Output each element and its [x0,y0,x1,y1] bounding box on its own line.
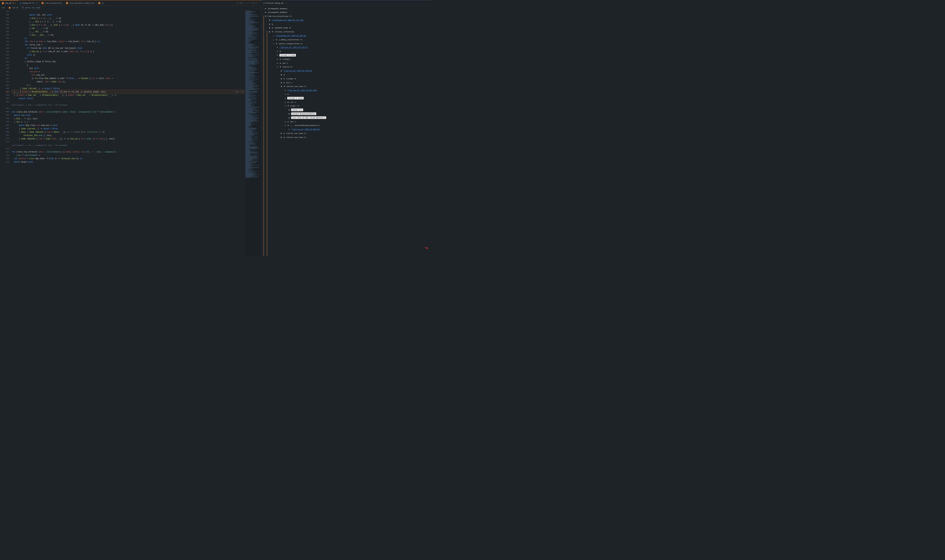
code-line[interactable]: | Dim _, Dim _ -> d1) [12,33,245,37]
tab-cuda-backend-cudajit[interactable]: cuda_backend.cudajit.ml [64,0,96,6]
tree-row[interactable]: ▶[ineqs =] [263,77,430,80]
code-line[interactable]: } ) [12,83,245,87]
code-line[interactable]: let prefix = List.map dims ~f:(fun d -> … [12,157,245,160]
chevron-down-icon[interactable]: ▼ [287,105,289,107]
tree-node-label[interactable]: [solve_row_ineq =] [286,85,306,88]
code-line[interactable]: [ Row_eq { r1 = row_of_var v_subr subr.i… [12,50,245,53]
tree-row[interactable]: "lib/row.ml":691:34-733:17 [263,45,430,49]
chevron-right-icon[interactable]: ▶ [283,74,285,76]
chevron-right-icon[interactable]: ▶ [279,58,281,60]
code-line[interactable]: ( prefix_ineqs @ force_lub, [12,60,245,63]
compare-icon[interactable]: ⇄ [237,2,238,4]
code-line[interactable]: | Dim { d = d1; _ }, Dim { d = d2; _ } w… [12,23,245,26]
tree-row[interactable]: ▶ [263,92,430,96]
source-link[interactable]: "lib/row.ml":656:61-656:80 [291,128,319,131]
chevron-down-icon[interactable]: ▼ [276,42,277,45]
close-icon[interactable]: × [15,2,16,4]
tree-row[interactable]: ▼[solve =] [263,65,430,69]
breadcrumb[interactable]: lib › row.ml › ⊞ solve_row_ineq [0,6,261,10]
code-line[interactable]: in [12,57,245,60]
chevron-right-icon[interactable]: ▶ [272,23,273,25]
chevron-right-icon[interactable]: ▶ [265,7,267,9]
code-line[interactable]: | Dim _ -> ([], env) [12,117,245,120]
tree-row[interactable]: ▼[subr =] [263,104,430,108]
chevron-down-icon[interactable]: ▼ [279,66,281,68]
source-link[interactable]: "lib/row.ml":691:34-733:17 [279,46,308,49]
preview-tab[interactable]: ▤ Preview debug.md × [262,0,289,6]
tree-row[interactable]: ▶ [263,73,430,77]
tree-row[interactable]: ▶env = [263,120,430,123]
code-line[interactable] [12,100,245,103]
chevron-right-icon[interactable]: ▶ [283,132,285,134]
tree-node-label[interactable]: [subr =] [290,105,299,107]
breadcrumb-file[interactable]: row.ml [12,7,18,9]
tree-node-label[interactable]: cur = [290,101,296,103]
tree-node-label[interactable]: [solve_row_ineq =] [286,136,306,138]
code-line[interactable]: row_env = [12,70,245,73]
tree-row[interactable]: finish = true [263,96,430,100]
tree-row[interactable]: ▶ [263,22,430,26]
tree-node-label[interactable]: [solve_inequalities =] [279,42,303,45]
code-line[interactable]: else [] [12,53,245,57]
tree-node-label[interactable]: [_debug_constraints =] [279,38,303,41]
code-line[interactable]: subr2; lub = Some lub }); [12,80,245,83]
code-line[interactable] [12,10,245,13]
tree-row[interactable]: ▶cur = [263,100,430,104]
tree-row[interactable]: ▶[propagate_shapes] [263,10,430,14]
tree-row[interactable]: ▶[_debug_constraints =] [263,37,430,42]
code-line[interactable]: Terminal_dim dim ], env) [12,134,245,137]
breadcrumb-symbol[interactable]: solve_row_ineq [25,7,40,9]
tree-node-label[interactable]: [propagate_shapes] [268,7,287,9]
tree-node-label[interactable]: (_, {bcast=Broadcastable;}) [290,125,320,126]
tab-truncated[interactable]: cu [96,0,106,6]
preview-body[interactable]: ▶[propagate_shapes]▶[propagate_shapes]▼[… [262,6,432,256]
breadcrumb-folder[interactable]: lib [2,7,5,9]
tree-node-label[interactable]: [solve =] [282,66,292,68]
close-icon[interactable]: × [286,2,287,4]
layout-icon[interactable]: ⊞ [253,2,254,4]
code-line[interactable]: match bcast with [12,160,245,164]
tree-node-label[interactable]: env = [282,62,288,64]
tree-row[interactable]: ▶[solve_row_ineq =] [263,135,430,139]
code-line[interactable]: match Map.find env.dim_env v with [12,123,245,127]
code-line[interactable]: { [12,63,245,66]
tree-node-label[interactable]: [propagate_shapes] [268,11,287,14]
code-line[interactable] [12,140,245,144]
tree-node-label[interactable]: [finish_inference] [275,31,294,33]
code-line[interactable]: | _, Var _ -> d2 [12,30,245,33]
code-line[interactable]: in [12,37,245,40]
chevron-right-icon[interactable]: ▶ [279,62,281,64]
code-line[interactable]: | Var _, _ -> d1 [12,26,245,30]
code-area[interactable]: match (d1, d2) with | Dim { d = 1; _ }, … [12,10,245,256]
tree-row[interactable]: ▶[propagate_shapes] [263,6,430,10]
code-line[interactable]: let force_lub = [12,43,245,47]
tree-row[interactable]: "lib/shape.ml":658:34-711:103 [263,18,430,22]
code-line[interactable]: |> Fn.flip Map.update v_subr ~f:(fun _ -… [12,77,245,80]
chevron-right-icon[interactable]: ▶ [279,50,281,52]
tree-row[interactable]: ▶env = [263,80,430,85]
code-line[interactable]: let close_dim_terminal (env : environmen… [12,110,245,114]
minimap[interactable] [245,10,262,256]
tab-row-ml[interactable]: row.ml M × [0,0,18,6]
code-line[interactable]: | _, { bcast = Broadcastable; _ } when r… [12,90,245,93]
tree-row[interactable]: "lib/row.ml":656:61-656:80 [263,128,430,131]
chevron-right-icon[interactable]: ▶ [265,11,267,14]
tab-debug-md[interactable]: ◆ debug.md 9+, U [18,0,40,6]
forward-icon[interactable]: ↷ [247,2,248,4]
chevron-right-icon[interactable]: ▶ [283,82,285,83]
chevron-down-icon[interactable]: ▼ [283,85,285,88]
run-icon[interactable]: ▷ [250,2,251,4]
tree-row[interactable]: ▼[solve_inequalities =] [263,42,430,45]
tab-cuda-backend-mli[interactable]: cuda_backend.mli [40,0,65,6]
code-line[interactable]: | Var v -> ( [12,120,245,123]
code-line[interactable] [12,107,245,110]
tree-row[interactable]: finish = true [263,53,430,57]
tree-row[interactable]: ▼[finish_inference] [263,30,430,34]
code-line[interactable]: assert false [12,97,245,100]
tree-row[interactable]: "lib/row.ml":693:16-731:25 [263,69,430,73]
rect-icon[interactable]: ▢ [256,2,257,4]
code-line[interactable]: if finish && (not @@ is_row_var lub_bcas… [12,47,245,50]
code-line[interactable]: | Some (Solved _) -> assert false [12,127,245,130]
tree-row[interactable]: (bcast Broadcastable) [263,112,430,116]
tree-row[interactable]: ▶[update_step =] [263,26,430,30]
